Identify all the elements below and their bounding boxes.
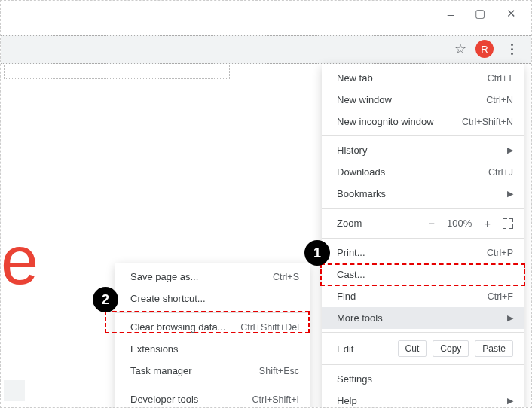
menu-bookmarks[interactable]: Bookmarks ▶ bbox=[322, 183, 524, 205]
more-tools-submenu: Save page as... Ctrl+S Create shortcut..… bbox=[115, 263, 310, 408]
menu-label: New tab bbox=[337, 72, 373, 84]
menu-shortcut: Ctrl+T bbox=[488, 73, 513, 84]
paste-button[interactable]: Paste bbox=[475, 340, 513, 357]
menu-label: New window bbox=[337, 94, 392, 105]
menu-shortcut: Ctrl+N bbox=[486, 95, 513, 105]
menu-new-incognito[interactable]: New incognito window Ctrl+Shift+N bbox=[322, 111, 524, 132]
chrome-main-menu: New tab Ctrl+T New window Ctrl+N New inc… bbox=[322, 64, 524, 408]
menu-edit-row: Edit Cut Copy Paste bbox=[322, 336, 524, 361]
menu-cast[interactable]: Cast... bbox=[322, 263, 524, 285]
menu-label: Create shortcut... bbox=[130, 293, 206, 304]
cut-button[interactable]: Cut bbox=[398, 340, 427, 357]
menu-shortcut: Ctrl+Shift+I bbox=[252, 394, 299, 405]
annotation-badge-2: 2 bbox=[93, 287, 118, 312]
menu-shortcut: Ctrl+S bbox=[273, 272, 299, 282]
menu-label: Settings bbox=[337, 373, 372, 385]
menu-label: Downloads bbox=[337, 166, 385, 178]
menu-label: Bookmarks bbox=[337, 188, 386, 199]
chevron-right-icon: ▶ bbox=[507, 189, 513, 199]
menu-zoom: Zoom − 100% + bbox=[322, 212, 524, 235]
zoom-value: 100% bbox=[447, 218, 472, 229]
submenu-developer-tools[interactable]: Developer tools Ctrl+Shift+I bbox=[115, 388, 310, 408]
submenu-save-page[interactable]: Save page as... Ctrl+S bbox=[115, 266, 310, 288]
menu-label: Find bbox=[337, 291, 356, 302]
copy-button[interactable]: Copy bbox=[433, 340, 469, 357]
menu-label: Cast... bbox=[337, 269, 365, 280]
profile-avatar[interactable]: R bbox=[475, 40, 494, 58]
maximize-icon[interactable]: ▢ bbox=[475, 7, 485, 20]
google-logo-fragment: e bbox=[1, 227, 38, 294]
menu-label: Extensions bbox=[130, 343, 179, 355]
menu-print[interactable]: Print... Ctrl+P bbox=[322, 242, 524, 263]
minimize-icon[interactable]: – bbox=[448, 8, 454, 20]
menu-label: Developer tools bbox=[130, 394, 198, 405]
close-icon[interactable]: ✕ bbox=[506, 7, 516, 20]
menu-shortcut: Ctrl+Shift+Del bbox=[240, 322, 299, 333]
menu-label: Help bbox=[337, 395, 357, 406]
menu-shortcut: Ctrl+P bbox=[487, 248, 513, 258]
menu-separator bbox=[322, 364, 524, 365]
menu-label: Task manager bbox=[130, 365, 192, 376]
menu-help[interactable]: Help ▶ bbox=[322, 390, 524, 408]
menu-separator bbox=[322, 208, 524, 209]
menu-label: Print... bbox=[337, 247, 365, 258]
zoom-in-button[interactable]: + bbox=[481, 215, 494, 231]
toolbar: ☆ R bbox=[1, 35, 531, 64]
footer-stub bbox=[4, 380, 25, 401]
menu-separator bbox=[322, 238, 524, 239]
menu-label: Clear browsing data... bbox=[130, 321, 225, 333]
chevron-right-icon: ▶ bbox=[507, 145, 513, 155]
menu-separator bbox=[115, 312, 310, 313]
tab-strip-stub bbox=[4, 65, 230, 79]
edit-label: Edit bbox=[337, 343, 392, 355]
submenu-extensions[interactable]: Extensions bbox=[115, 338, 310, 360]
menu-separator bbox=[322, 135, 524, 136]
annotation-badge-1: 1 bbox=[304, 240, 330, 266]
menu-new-tab[interactable]: New tab Ctrl+T bbox=[322, 67, 524, 89]
menu-shortcut: Ctrl+J bbox=[488, 167, 513, 178]
menu-shortcut: Shift+Esc bbox=[259, 366, 299, 376]
zoom-out-button[interactable]: − bbox=[425, 215, 438, 231]
menu-more-tools[interactable]: More tools ▶ bbox=[322, 307, 524, 329]
menu-separator bbox=[322, 332, 524, 333]
menu-label: More tools bbox=[337, 312, 383, 324]
menu-separator bbox=[115, 385, 310, 385]
chevron-right-icon: ▶ bbox=[507, 313, 513, 323]
menu-new-window[interactable]: New window Ctrl+N bbox=[322, 89, 524, 111]
submenu-clear-browsing-data[interactable]: Clear browsing data... Ctrl+Shift+Del bbox=[115, 316, 310, 338]
fullscreen-icon[interactable] bbox=[503, 218, 513, 229]
submenu-task-manager[interactable]: Task manager Shift+Esc bbox=[115, 360, 310, 382]
menu-find[interactable]: Find Ctrl+F bbox=[322, 285, 524, 307]
submenu-create-shortcut[interactable]: Create shortcut... bbox=[115, 288, 310, 309]
menu-label: History bbox=[337, 145, 367, 156]
menu-shortcut: Ctrl+Shift+N bbox=[462, 117, 513, 127]
menu-shortcut: Ctrl+F bbox=[488, 291, 513, 302]
menu-settings[interactable]: Settings bbox=[322, 368, 524, 390]
zoom-label: Zoom bbox=[337, 218, 425, 229]
menu-history[interactable]: History ▶ bbox=[322, 139, 524, 161]
bookmark-star-icon[interactable]: ☆ bbox=[454, 41, 466, 57]
kebab-menu-icon[interactable] bbox=[503, 40, 521, 58]
menu-label: Save page as... bbox=[130, 271, 198, 282]
window-controls: – ▢ ✕ bbox=[448, 7, 516, 20]
menu-downloads[interactable]: Downloads Ctrl+J bbox=[322, 161, 524, 183]
chevron-right-icon: ▶ bbox=[507, 396, 513, 406]
menu-label: New incognito window bbox=[337, 116, 434, 127]
